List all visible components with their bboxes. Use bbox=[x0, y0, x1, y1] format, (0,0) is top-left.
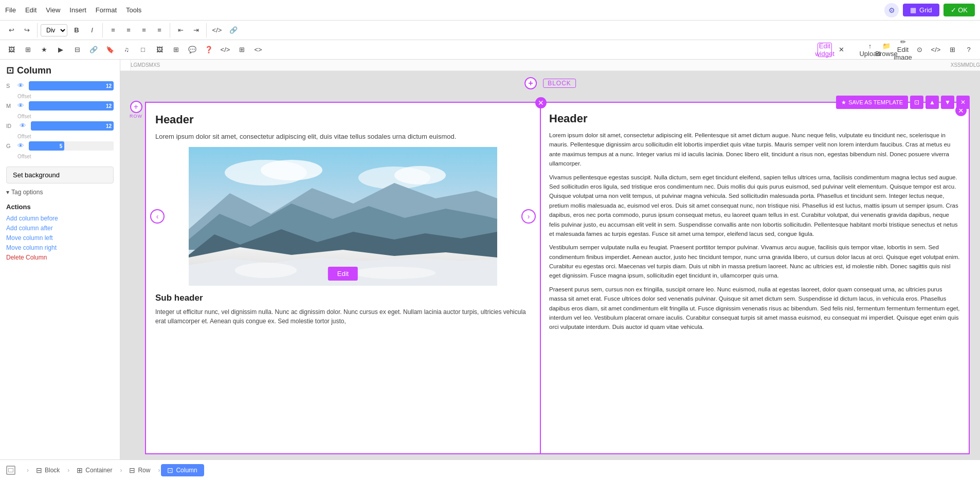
code-button[interactable]: </> bbox=[210, 23, 224, 38]
gallery-button[interactable]: ⊞ bbox=[21, 43, 35, 57]
image-prev-button[interactable]: ‹ bbox=[150, 209, 165, 224]
bar-val-g: 5 bbox=[60, 143, 63, 149]
picture-button[interactable]: 🖼 bbox=[152, 43, 167, 57]
resize-button[interactable]: ⊞ bbox=[945, 43, 959, 57]
right-para-3: Vestibulum semper vulputate nulla eu feu… bbox=[549, 243, 960, 281]
menu-view[interactable]: View bbox=[46, 6, 60, 14]
speech-button[interactable]: 💬 bbox=[185, 43, 199, 57]
browse-button[interactable]: 📁 Browse bbox=[879, 43, 894, 57]
svg-point-10 bbox=[235, 263, 297, 278]
menu-insert[interactable]: Insert bbox=[69, 6, 86, 14]
copy-button[interactable]: ⊙ bbox=[912, 43, 927, 57]
move-down-button[interactable]: ▼ bbox=[941, 96, 954, 109]
image-container: ‹ › Edit bbox=[146, 147, 540, 286]
box-button[interactable]: □ bbox=[136, 43, 150, 57]
grid-label: Grid bbox=[919, 6, 932, 14]
question-button[interactable]: ❓ bbox=[202, 43, 216, 57]
settings-button[interactable]: ⚙ bbox=[884, 3, 899, 17]
image-next-button[interactable]: › bbox=[521, 209, 536, 224]
bar-wrap-m: 12 bbox=[29, 101, 114, 110]
main-area: ⊡ Column S 👁 12 Offset M 👁 12 Offset bbox=[0, 60, 980, 459]
move-column-right-action[interactable]: Move column right bbox=[6, 244, 114, 251]
element-type-select[interactable]: Div bbox=[41, 24, 67, 36]
move-up-button[interactable]: ▲ bbox=[925, 96, 939, 109]
grid-button[interactable]: ▦ Grid bbox=[903, 4, 939, 16]
align-left-button[interactable]: ≡ bbox=[106, 23, 120, 38]
visibility-toggle-g[interactable]: 👁 bbox=[17, 142, 26, 150]
italic-button[interactable]: I bbox=[85, 23, 99, 38]
bar-id: 12 bbox=[31, 121, 114, 131]
indent-in-button[interactable]: ⇥ bbox=[189, 23, 203, 38]
ruler-lg2: LG bbox=[973, 62, 980, 68]
ruler-xs: XS bbox=[153, 62, 160, 68]
ruler-content: LG MD SM XS XS SM MD LG bbox=[131, 60, 980, 70]
save-template-label: SAVE AS TEMPLATE bbox=[848, 99, 903, 105]
link-button[interactable]: 🔗 bbox=[226, 23, 241, 38]
link2-button[interactable]: 🔗 bbox=[86, 43, 101, 57]
indent-out-button[interactable]: ⇤ bbox=[173, 23, 188, 38]
breadcrumb-column[interactable]: ⊡ Column bbox=[161, 464, 204, 476]
close-widget-button[interactable]: ✕ bbox=[834, 43, 848, 57]
block-icon: ⊟ bbox=[36, 466, 42, 474]
sub-text: Integer ut efficitur nunc, vel dignissim… bbox=[155, 307, 531, 326]
align-justify-button[interactable]: ≡ bbox=[152, 23, 167, 38]
audio-button[interactable]: ♫ bbox=[119, 43, 134, 57]
align-group: ≡ ≡ ≡ ≡ bbox=[106, 23, 170, 38]
video-button[interactable]: ▶ bbox=[53, 43, 68, 57]
column-label-text: Column bbox=[176, 467, 197, 474]
ok-button[interactable]: ✓ OK bbox=[943, 4, 975, 16]
align-right-button[interactable]: ≡ bbox=[137, 23, 151, 38]
embed-button[interactable]: <> bbox=[251, 43, 265, 57]
breadcrumb-sep-3: › bbox=[120, 467, 122, 474]
top-bar-right: ⚙ ▦ Grid ✓ OK bbox=[884, 3, 975, 17]
add-block-button[interactable]: + bbox=[524, 77, 537, 89]
align-center-button[interactable]: ≡ bbox=[121, 23, 136, 38]
menu-edit[interactable]: Edit bbox=[25, 6, 37, 14]
redo-button[interactable]: ↪ bbox=[20, 23, 34, 38]
sidebar: ⊡ Column S 👁 12 Offset M 👁 12 Offset bbox=[0, 60, 120, 459]
ruler-spacer bbox=[120, 60, 131, 70]
icon-button[interactable]: ★ bbox=[37, 43, 51, 57]
bookmark-button[interactable]: 🔖 bbox=[103, 43, 117, 57]
toolbar2: 🖼 ⊞ ★ ▶ ⊟ 🔗 🔖 ♫ □ 🖼 ⊞ 💬 ❓ </> ⊞ <> Edit … bbox=[0, 40, 980, 60]
menu-tools[interactable]: Tools bbox=[126, 6, 141, 14]
bold-button[interactable]: B bbox=[69, 23, 84, 38]
add-row-button[interactable]: + bbox=[130, 101, 142, 113]
edit-widget-button[interactable]: Edit widget bbox=[818, 43, 832, 57]
edit-image-button[interactable]: ✏ Edit image bbox=[896, 43, 910, 57]
set-background-button[interactable]: Set background bbox=[6, 167, 114, 183]
close-panel-button[interactable]: ✕ bbox=[956, 96, 970, 109]
add-column-before-action[interactable]: Add column before bbox=[6, 215, 114, 222]
template-copy-button[interactable]: ⊡ bbox=[910, 96, 923, 109]
add-column-after-action[interactable]: Add column after bbox=[6, 225, 114, 232]
chevron-down-icon: ▾ bbox=[6, 189, 9, 196]
layout-button[interactable]: ⊞ bbox=[169, 43, 183, 57]
close-left-col-button[interactable]: ✕ bbox=[535, 97, 547, 108]
image-edit-button[interactable]: Edit bbox=[328, 267, 358, 281]
undo-button[interactable]: ↩ bbox=[4, 23, 19, 38]
menu-file[interactable]: File bbox=[5, 6, 16, 14]
block-label: BLOCK bbox=[543, 79, 576, 88]
visibility-toggle-m[interactable]: 👁 bbox=[17, 102, 26, 110]
move-column-left-action[interactable]: Move column left bbox=[6, 234, 114, 242]
breadcrumb-container[interactable]: ⊞ Container bbox=[70, 464, 119, 476]
menu-format[interactable]: Format bbox=[96, 6, 117, 14]
tag-options[interactable]: ▾ Tag options bbox=[6, 189, 114, 196]
breadcrumb-row[interactable]: ⊟ Row bbox=[123, 464, 157, 476]
help-button[interactable]: ? bbox=[961, 43, 976, 57]
code3-button[interactable]: </> bbox=[929, 43, 943, 57]
visibility-toggle-id[interactable]: 👁 bbox=[20, 122, 28, 130]
toolbar1: ↩ ↪ Div B I ≡ ≡ ≡ ≡ ⇤ ⇥ </> 🔗 bbox=[0, 21, 980, 40]
visibility-toggle-s[interactable]: 👁 bbox=[17, 82, 26, 90]
bottom-bar: › ⊟ Block › ⊞ Container › ⊟ Row › ⊡ Colu… bbox=[0, 459, 980, 480]
right-para-2: Vivamus pellentesque egestas suscipit. N… bbox=[549, 173, 960, 239]
table-button[interactable]: ⊟ bbox=[70, 43, 84, 57]
bar-val-s: 12 bbox=[106, 83, 112, 89]
sidebar-row-g: G 👁 5 bbox=[6, 141, 114, 151]
code2-button[interactable]: </> bbox=[218, 43, 232, 57]
image-button[interactable]: 🖼 bbox=[4, 43, 19, 57]
breadcrumb-block[interactable]: ⊟ Block bbox=[30, 464, 66, 476]
grid-btn2[interactable]: ⊞ bbox=[234, 43, 249, 57]
delete-column-action[interactable]: Delete Column bbox=[6, 254, 114, 261]
save-as-template-button[interactable]: ★ SAVE AS TEMPLATE bbox=[836, 96, 908, 109]
